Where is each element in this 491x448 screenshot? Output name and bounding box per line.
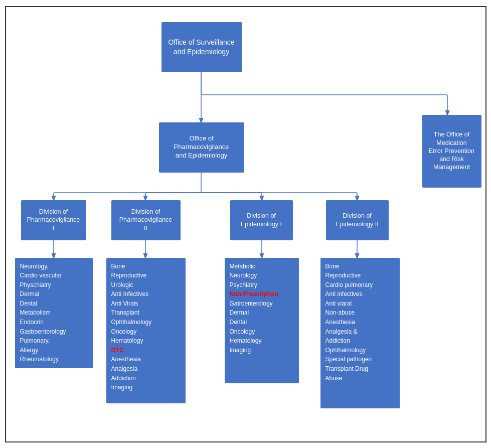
dpv1-list-text: Neurology, Cardio vascular Physchiatry D… — [20, 263, 66, 363]
dpv2-list: Bone Reproductive Urologic Anti Infectiv… — [106, 258, 186, 403]
dpv1-list: Neurology, Cardio vascular Physchiatry D… — [15, 258, 93, 369]
ope-label: Office ofPharmacovigilanceand Epidemiolo… — [174, 134, 229, 160]
otc-label: OTC — [111, 347, 124, 354]
org-chart: Office of Surveillance and Epidemiology … — [5, 6, 486, 442]
de2-list-text: Bone Reproductive Cardio pulmonary Anti … — [325, 263, 373, 382]
ope-box: Office ofPharmacovigilanceand Epidemiolo… — [159, 122, 244, 173]
de2-list: Bone Reproductive Cardio pulmonary Anti … — [320, 258, 400, 408]
dpv2-list-text: Bone Reproductive Urologic Anti Infectiv… — [111, 263, 152, 391]
dpv1-box: Division ofPharmacovigilanceI — [21, 200, 86, 240]
dpv2-box: Division ofPharmacovigilanceII — [111, 200, 181, 240]
omerp-box: The Office ofMedicationError Preventiona… — [422, 115, 481, 188]
de2-box: Division ofEpidemiology II — [326, 200, 389, 240]
non-prescription-label: Non-Prescription — [230, 290, 278, 297]
dpv2-label: Division ofPharmacovigilanceII — [119, 208, 173, 232]
omerp-label: The Office ofMedicationError Preventiona… — [429, 130, 474, 171]
root-label: Office of Surveillance and Epidemiology — [165, 38, 239, 56]
root-box: Office of Surveillance and Epidemiology — [161, 22, 242, 72]
de1-label: Division ofEpidemiology I — [241, 212, 282, 228]
de1-list-text: Metabolic Neurology Psychiatry Non-Presc… — [230, 263, 278, 354]
dpv1-label: Division ofPharmacovigilanceI — [27, 208, 80, 232]
de1-box: Division ofEpidemiology I — [230, 200, 293, 240]
de1-list: Metabolic Neurology Psychiatry Non-Presc… — [225, 258, 299, 383]
de2-label: Division ofEpidemiology II — [336, 212, 378, 228]
